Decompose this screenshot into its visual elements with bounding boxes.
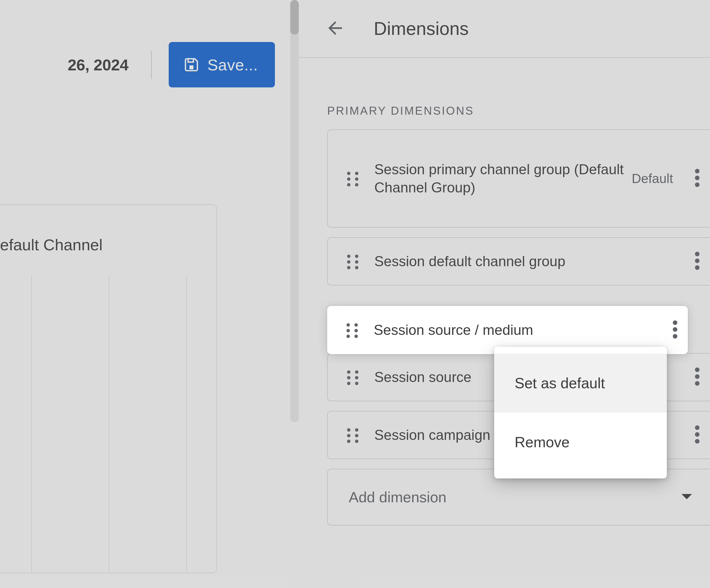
topbar: 26, 2024 Save... [0, 42, 288, 88]
caret-down-icon [681, 493, 693, 502]
more-menu-button[interactable] [684, 238, 710, 285]
more-menu-button[interactable] [684, 412, 710, 459]
more-vert-icon [695, 368, 700, 387]
more-menu-button[interactable] [662, 306, 688, 354]
svg-point-10 [695, 425, 700, 430]
scrollbar-track[interactable] [290, 0, 299, 422]
back-button[interactable] [325, 19, 345, 39]
chart-title-fragment: efault Channel [0, 236, 102, 254]
svg-point-8 [695, 374, 700, 379]
more-menu-button[interactable] [684, 353, 710, 401]
chart-gridline [109, 275, 109, 573]
more-vert-icon [673, 320, 677, 340]
more-vert-icon [695, 425, 700, 445]
add-dimension-label: Add dimension [349, 489, 446, 506]
context-menu: Set as default Remove [494, 347, 667, 479]
svg-point-4 [695, 252, 700, 256]
chart-gridline [186, 275, 187, 573]
save-button-label: Save... [207, 56, 258, 74]
svg-point-2 [695, 176, 700, 180]
drag-handle-icon[interactable] [346, 370, 359, 384]
arrow-left-icon [325, 18, 345, 40]
chart-gridlines [31, 275, 186, 573]
report-preview-pane: 26, 2024 Save... efault Channel [0, 0, 288, 588]
svg-point-1 [695, 169, 700, 173]
svg-point-15 [673, 334, 677, 339]
chart-gridline [31, 275, 32, 573]
drag-handle-icon[interactable] [345, 323, 359, 337]
save-icon [184, 57, 199, 73]
svg-point-5 [695, 259, 700, 263]
scrollbar-thumb[interactable] [290, 0, 299, 34]
drag-handle-icon[interactable] [346, 254, 359, 268]
svg-point-11 [695, 432, 700, 437]
dimension-label: Session default channel group [374, 252, 684, 270]
menu-item-remove[interactable]: Remove [494, 413, 667, 472]
svg-point-13 [673, 320, 677, 325]
default-badge: Default [632, 171, 673, 186]
svg-point-12 [695, 439, 700, 444]
date-range-fragment[interactable]: 26, 2024 [68, 56, 128, 74]
panel-title: Dimensions [374, 18, 469, 39]
svg-point-6 [695, 265, 700, 270]
svg-rect-0 [189, 65, 193, 69]
svg-point-3 [695, 182, 700, 187]
drag-handle-icon[interactable] [346, 428, 359, 442]
svg-point-9 [695, 381, 700, 386]
panel-header: Dimensions [299, 0, 710, 58]
dimensions-panel: Dimensions PRIMARY DIMENSIONS Session pr… [299, 0, 710, 588]
menu-item-set-default[interactable]: Set as default [494, 353, 667, 413]
svg-point-14 [673, 327, 677, 332]
dimension-label: Session source / medium [374, 321, 662, 339]
more-vert-icon [695, 252, 700, 271]
save-button[interactable]: Save... [169, 42, 275, 88]
topbar-divider [151, 50, 152, 79]
dimension-label: Session primary channel group (Default C… [374, 160, 632, 197]
svg-point-7 [695, 368, 700, 372]
more-menu-button[interactable] [684, 130, 710, 227]
drag-handle-icon[interactable] [346, 172, 359, 185]
dimension-item[interactable]: Session primary channel group (Default C… [327, 129, 710, 227]
section-label: PRIMARY DIMENSIONS [327, 104, 474, 117]
chart-card-fragment: efault Channel [0, 204, 217, 573]
dimension-item[interactable]: Session default channel group [327, 237, 710, 286]
more-vert-icon [695, 169, 700, 188]
